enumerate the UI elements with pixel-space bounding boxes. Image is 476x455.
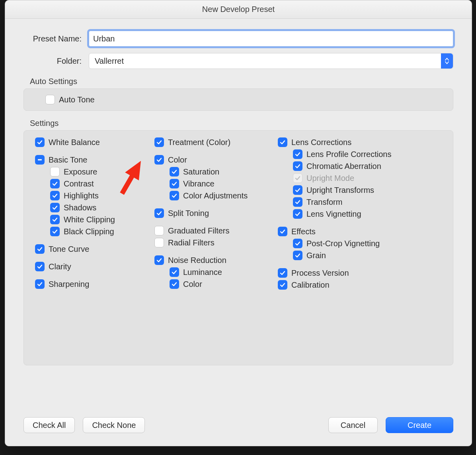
contrast-checkbox[interactable]: Contrast (35, 178, 150, 190)
checkbox-icon (278, 137, 287, 147)
lens-vignetting-checkbox[interactable]: Lens Vignetting (278, 208, 442, 220)
checkbox-label: White Balance (49, 138, 100, 147)
color-adjustments-checkbox[interactable]: Color Adjustments (154, 190, 274, 202)
settings-group: Settings White Balance Basic Tone (23, 119, 453, 365)
checkbox-label: Contrast (64, 179, 94, 188)
nr-luminance-checkbox[interactable]: Luminance (154, 266, 274, 278)
saturation-checkbox[interactable]: Saturation (154, 166, 274, 178)
check-all-button[interactable]: Check All (23, 417, 75, 433)
split-toning-checkbox[interactable]: Split Toning (154, 207, 274, 219)
chromatic-aberration-checkbox[interactable]: Chromatic Aberration (278, 160, 442, 172)
checkbox-label: Highlights (64, 191, 99, 200)
folder-select-value: Vallerret (95, 57, 124, 66)
calibration-checkbox[interactable]: Calibration (278, 279, 442, 291)
checkbox-icon (170, 191, 179, 200)
checkbox-label: Treatment (Color) (168, 138, 230, 147)
clarity-checkbox[interactable]: Clarity (35, 261, 150, 273)
checkbox-icon (170, 179, 179, 188)
checkbox-label: Clarity (49, 262, 71, 271)
checkbox-label: Radial Filters (168, 238, 215, 247)
new-develop-preset-dialog: New Develop Preset Preset Name: Folder: … (5, 0, 472, 446)
svg-rect-0 (38, 159, 42, 161)
checkbox-label: Grain (306, 251, 326, 260)
checkbox-icon (50, 191, 60, 200)
color-checkbox[interactable]: Color (154, 154, 274, 166)
checkbox-label: White Clipping (64, 215, 115, 224)
checkbox-icon (35, 137, 45, 147)
checkbox-label: Split Toning (168, 209, 209, 218)
upright-mode-checkbox: Upright Mode (278, 172, 442, 184)
checkbox-icon (293, 239, 302, 248)
checkbox-icon (293, 197, 302, 207)
checkbox-label: Basic Tone (49, 155, 87, 165)
auto-settings-title: Auto Settings (30, 77, 453, 86)
checkbox-icon (50, 227, 60, 236)
checkbox-icon (154, 155, 164, 165)
checkbox-icon (293, 185, 302, 195)
shadows-checkbox[interactable]: Shadows (35, 202, 150, 214)
vibrance-checkbox[interactable]: Vibrance (154, 178, 274, 190)
checkbox-label: Post-Crop Vignetting (306, 239, 380, 248)
graduated-filters-checkbox[interactable]: Graduated Filters (154, 225, 274, 237)
auto-settings-group: Auto Settings Auto Tone (23, 77, 453, 111)
process-version-checkbox[interactable]: Process Version (278, 267, 442, 279)
settings-columns: White Balance Basic Tone Exposure (35, 136, 442, 359)
checkbox-icon (35, 244, 45, 254)
checkbox-icon (293, 251, 302, 260)
checkbox-icon (293, 173, 302, 183)
checkbox-label: Saturation (183, 167, 219, 177)
checkbox-icon (50, 179, 60, 188)
checkbox-mixed-icon (35, 155, 45, 165)
black-clipping-checkbox[interactable]: Black Clipping (35, 226, 150, 237)
radial-filters-checkbox[interactable]: Radial Filters (154, 237, 274, 249)
checkbox-icon (154, 238, 164, 247)
white-clipping-checkbox[interactable]: White Clipping (35, 214, 150, 226)
titlebar: New Develop Preset (5, 0, 472, 19)
treatment-checkbox[interactable]: Treatment (Color) (154, 136, 274, 148)
checkbox-label: Effects (291, 227, 316, 236)
folder-row: Folder: Vallerret (23, 53, 453, 69)
window-title: New Develop Preset (202, 5, 275, 14)
upright-transforms-checkbox[interactable]: Upright Transforms (278, 184, 442, 196)
checkbox-label: Lens Profile Corrections (306, 150, 391, 159)
check-none-button[interactable]: Check None (83, 417, 145, 433)
grain-checkbox[interactable]: Grain (278, 249, 442, 261)
checkbox-label: Transform (306, 198, 342, 207)
settings-col-2: Treatment (Color) Color Saturation (154, 136, 274, 359)
nr-color-checkbox[interactable]: Color (154, 278, 274, 290)
lens-profile-checkbox[interactable]: Lens Profile Corrections (278, 148, 442, 160)
checkbox-label: Vibrance (183, 179, 215, 188)
checkbox-icon (154, 226, 164, 235)
settings-panel: White Balance Basic Tone Exposure (23, 130, 453, 365)
checkbox-label: Black Clipping (64, 227, 114, 236)
checkbox-icon (154, 137, 164, 147)
cancel-button[interactable]: Cancel (328, 417, 378, 433)
checkbox-icon (50, 167, 60, 177)
lens-corrections-checkbox[interactable]: Lens Corrections (278, 136, 442, 148)
checkbox-label: Color Adjustments (183, 191, 248, 200)
settings-col-1: White Balance Basic Tone Exposure (35, 136, 150, 359)
folder-select[interactable]: Vallerret (89, 53, 453, 69)
basic-tone-checkbox[interactable]: Basic Tone (35, 154, 150, 166)
sharpening-checkbox[interactable]: Sharpening (35, 278, 150, 290)
effects-checkbox[interactable]: Effects (278, 226, 442, 237)
transform-checkbox[interactable]: Transform (278, 196, 442, 208)
checkbox-icon (293, 149, 302, 159)
auto-tone-row[interactable]: Auto Tone (45, 94, 442, 106)
tone-curve-checkbox[interactable]: Tone Curve (35, 243, 150, 255)
post-crop-vignetting-checkbox[interactable]: Post-Crop Vignetting (278, 237, 442, 249)
checkbox-icon (35, 279, 45, 289)
checkbox-label: Shadows (64, 203, 96, 212)
checkbox-icon (50, 203, 60, 212)
noise-reduction-checkbox[interactable]: Noise Reduction (154, 254, 274, 266)
white-balance-checkbox[interactable]: White Balance (35, 136, 150, 148)
create-button[interactable]: Create (386, 417, 453, 433)
preset-name-input[interactable] (89, 31, 453, 47)
exposure-checkbox[interactable]: Exposure (35, 166, 150, 178)
highlights-checkbox[interactable]: Highlights (35, 190, 150, 202)
settings-col-3: Lens Corrections Lens Profile Correction… (278, 136, 442, 359)
checkbox-icon (35, 262, 45, 271)
checkbox-icon (293, 161, 302, 171)
auto-settings-panel: Auto Tone (23, 88, 453, 111)
checkbox-label: Upright Transforms (306, 186, 374, 195)
